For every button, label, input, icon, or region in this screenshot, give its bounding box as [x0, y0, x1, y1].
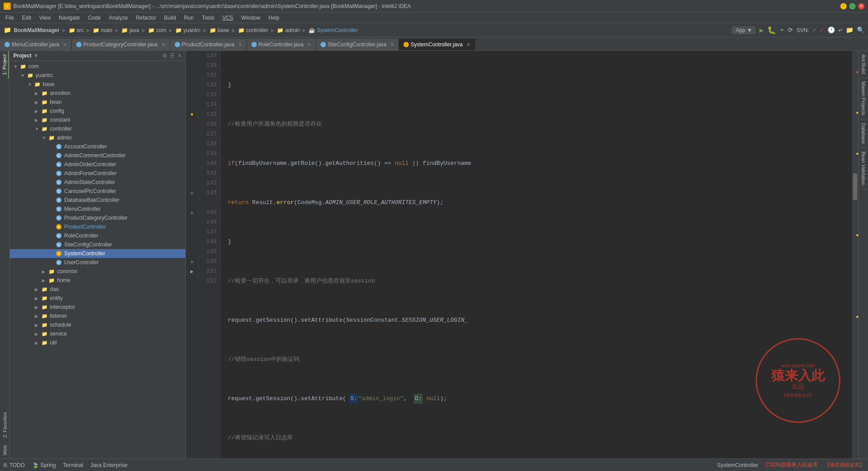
favorites-tab[interactable]: 2: Favorites: [1, 409, 8, 441]
tree-item-admin-comment[interactable]: ▶ C AdminCommentController: [10, 151, 185, 160]
run-config[interactable]: App ▼: [732, 26, 756, 34]
tree-item-carousel[interactable]: ▶ C CarouselPicController: [10, 187, 185, 196]
line-numbers: 129 130 131 132 133 134 135 136 137 138 …: [198, 51, 221, 459]
search-button[interactable]: 🔍: [857, 26, 864, 34]
panel-dropdown-arrow[interactable]: ▼: [33, 53, 39, 59]
minimize-button[interactable]: ─: [840, 3, 847, 9]
menu-build[interactable]: Build: [160, 14, 180, 22]
tab-site-config-controller[interactable]: SiteConfigController.java ✕: [316, 39, 399, 50]
tree-item-controller[interactable]: ▼ 📁 controller: [10, 124, 185, 133]
menu-tools[interactable]: Tools: [198, 14, 218, 22]
tab-product-category-controller[interactable]: ProductCategoryController.java ✕: [72, 39, 170, 50]
tree-label-product: ProductController: [64, 224, 185, 230]
vcs-x[interactable]: ✓: [820, 26, 823, 34]
database-tab[interactable]: Database: [860, 119, 867, 148]
tree-item-constant[interactable]: ▶ 📁 constant: [10, 115, 185, 124]
fold-145[interactable]: ⊙: [190, 210, 193, 216]
tree-item-yuanlrc[interactable]: ▼ 📁 yuanlrc: [10, 71, 185, 80]
debug-button[interactable]: 🐛: [767, 26, 776, 35]
scrollbar-thumb[interactable]: [853, 173, 857, 200]
spring-status[interactable]: 🍃 Spring: [32, 462, 56, 468]
tree-item-account[interactable]: ▶ C AccountController: [10, 142, 185, 151]
tab-close-menu[interactable]: ✕: [63, 42, 67, 48]
menu-help[interactable]: Help: [265, 14, 283, 22]
tree-item-base[interactable]: ▼ 📁 base: [10, 80, 185, 89]
tree-item-annotion[interactable]: ▶ 📁 annotion: [10, 89, 185, 98]
run-button[interactable]: ▶: [759, 26, 764, 35]
menu-refactor[interactable]: Refactor: [132, 14, 160, 22]
tree-item-config[interactable]: ▶ 📁 config: [10, 106, 185, 115]
tree-item-product[interactable]: ▶ C ProductController: [10, 222, 185, 231]
tree-item-user[interactable]: ▶ C UserController: [10, 258, 185, 267]
tree-item-schedule[interactable]: ▶ 📁 schedule: [10, 320, 185, 329]
vcs-folder[interactable]: 📁: [846, 26, 853, 34]
web-tab[interactable]: Web: [1, 442, 8, 459]
project-tab[interactable]: 1: Project: [1, 51, 9, 78]
menu-view[interactable]: View: [36, 14, 54, 22]
ant-build-tab[interactable]: Ant Build: [860, 51, 867, 78]
tree-item-menu[interactable]: ▶ C MenuController: [10, 205, 185, 213]
menu-analyze[interactable]: Analyze: [105, 14, 132, 22]
tree-item-entity[interactable]: ▶ 📁 entity: [10, 294, 185, 303]
tree-item-home[interactable]: ▶ 📁 home: [10, 276, 185, 285]
menu-file[interactable]: File: [2, 14, 17, 22]
code-content[interactable]: } //检查用户所属角色的权限是否存在 if(findByUsername.ge…: [221, 51, 852, 459]
menu-code[interactable]: Code: [84, 14, 104, 22]
bean-validation-tab[interactable]: Bean Validation: [860, 148, 867, 189]
menu-run[interactable]: Run: [181, 14, 197, 22]
tree-item-dbbak[interactable]: ▶ C DatabaseBakController: [10, 196, 185, 205]
fold-150[interactable]: ⊙: [190, 259, 193, 265]
menu-vcs[interactable]: VCS: [219, 14, 237, 22]
menu-window[interactable]: Window: [238, 14, 264, 22]
panel-gear-icon[interactable]: ⚙: [162, 53, 167, 59]
vcs-check[interactable]: ✓: [813, 26, 816, 34]
update-button[interactable]: ⟳: [788, 26, 793, 34]
tree-item-listener[interactable]: ▶ 📁 listener: [10, 311, 185, 320]
tab-close-role[interactable]: ✕: [307, 42, 311, 48]
panel-layout-icon[interactable]: ☰: [170, 53, 175, 59]
ln-139: 139: [198, 149, 217, 159]
tree-item-com[interactable]: ▼ 📁 com: [10, 62, 185, 71]
tree-item-admin[interactable]: ▼ 📁 admin: [10, 133, 185, 142]
todo-status[interactable]: 6: TODO: [4, 462, 25, 468]
tab-close-prod[interactable]: ✕: [238, 42, 242, 48]
tree-item-prodcat[interactable]: ▶ C ProductCategoryController: [10, 213, 185, 222]
coverage-button[interactable]: ☂: [780, 26, 784, 35]
vcs-back[interactable]: ↩: [839, 26, 842, 34]
tree-item-service[interactable]: ▶ 📁 service: [10, 329, 185, 338]
tree-item-util[interactable]: ▶ 📁 util: [10, 338, 185, 347]
panel-close-icon[interactable]: ✕: [177, 53, 182, 59]
tree-item-bean[interactable]: ▶ 📁 bean: [10, 98, 185, 106]
fold-143[interactable]: ⊙: [190, 190, 193, 196]
tab-close-site[interactable]: ✕: [390, 42, 394, 48]
tree-item-common[interactable]: ▶ 📁 common: [10, 267, 185, 276]
vertical-scrollbar[interactable]: [852, 51, 858, 459]
tree-label-menu: MenuController: [64, 206, 185, 212]
tab-product-controller[interactable]: ProductController.java ✕: [170, 39, 247, 50]
tree-item-admin-state[interactable]: ▶ C AdminStateController: [10, 178, 185, 187]
maximize-button[interactable]: □: [849, 3, 856, 9]
ln-135: 135: [198, 110, 217, 119]
maven-projects-tab[interactable]: Maven Projects: [860, 78, 867, 119]
arrow-admin: ▼: [42, 135, 48, 140]
tree-item-dao[interactable]: ▶ 📁 dao: [10, 285, 185, 294]
tree-item-siteconfig[interactable]: ▶ C SiteConfigController: [10, 240, 185, 249]
menu-navigate[interactable]: Navigate: [55, 14, 83, 22]
right-panel: Ant Build Maven Projects Database Bean V…: [858, 51, 868, 459]
tree-item-admin-order[interactable]: ▶ C AdminOrderController: [10, 160, 185, 169]
tab-menu-controller[interactable]: MenuController.java ✕: [0, 39, 72, 50]
tree-item-admin-purse[interactable]: ▶ C AdminPurseController: [10, 169, 185, 178]
tab-close-system[interactable]: ✕: [466, 42, 470, 48]
tab-close-pc[interactable]: ✕: [161, 42, 165, 48]
tree-item-system[interactable]: ▶ C SystemController: [10, 249, 185, 258]
close-button[interactable]: ✕: [858, 3, 864, 9]
tree-item-role[interactable]: ▶ C RoleController: [10, 231, 185, 240]
vcs-clock[interactable]: 🕐: [827, 26, 835, 34]
menu-edit[interactable]: Edit: [18, 14, 35, 22]
tree-item-interceptor[interactable]: ▶ 📁 interceptor: [10, 303, 185, 311]
run-gutter-151[interactable]: ▶: [190, 268, 193, 275]
java-enterprise-status[interactable]: Java Enterprise: [91, 462, 128, 468]
tab-role-controller[interactable]: RoleController.java ✕: [247, 39, 316, 50]
tab-system-controller[interactable]: SystemController.java ✕: [399, 39, 475, 50]
terminal-status[interactable]: Terminal: [63, 462, 83, 468]
